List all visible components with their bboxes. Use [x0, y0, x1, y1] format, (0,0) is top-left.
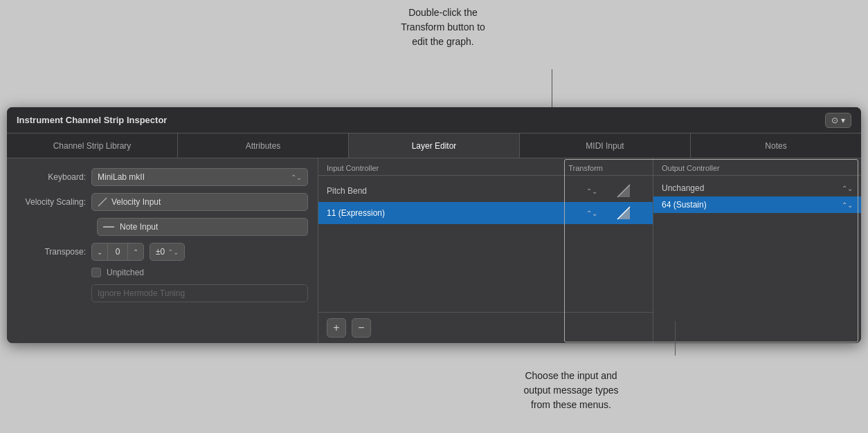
- transpose-label: Transpose:: [17, 247, 86, 257]
- pitch-bend-select[interactable]: Pitch Bend ⌃⌄: [327, 186, 597, 196]
- transform-icon-row1[interactable]: [603, 183, 644, 199]
- input-controller-header: Input Controller: [327, 164, 379, 172]
- transpose-value: 0: [107, 243, 128, 260]
- note-input-button[interactable]: Note Input: [97, 218, 308, 236]
- sustain-label: 64 (Sustain): [662, 200, 707, 210]
- output-controller-panel: Output Controller Unchanged ⌃⌄ 64 (Susta…: [653, 158, 861, 343]
- output-row-unchanged[interactable]: Unchanged ⌃⌄: [653, 180, 861, 196]
- expression-chevron-icon: ⌃⌄: [586, 210, 597, 217]
- output-list: Unchanged ⌃⌄ 64 (Sustain) ⌃⌄: [653, 176, 861, 343]
- output-row-sustain[interactable]: 64 (Sustain) ⌃⌄: [653, 196, 861, 213]
- note-icon: [103, 226, 114, 228]
- expression-select[interactable]: 11 (Expression) ⌃⌄: [327, 208, 597, 218]
- keyboard-row: Keyboard: MiniLab mkII ⌃⌄: [17, 168, 308, 186]
- offset-value: ±0: [156, 247, 165, 257]
- callout-line-top: [552, 69, 552, 107]
- transpose-row: Transpose: ⌄ 0 ⌃ ±0 ⌃⌄: [17, 243, 308, 261]
- content-area: Keyboard: MiniLab mkII ⌃⌄ Velocity Scali…: [7, 158, 861, 343]
- header-options-button[interactable]: ⊙ ▾: [825, 113, 851, 128]
- velocity-input-label: Velocity Input: [111, 197, 161, 207]
- remove-controller-button[interactable]: −: [352, 318, 371, 338]
- transpose-stepper[interactable]: ⌄ 0 ⌃: [91, 243, 144, 261]
- transform-header: Transform: [568, 164, 603, 172]
- tab-channel-strip-library[interactable]: Channel Strip Library: [7, 133, 178, 158]
- channel-strip-panel: Keyboard: MiniLab mkII ⌃⌄ Velocity Scali…: [7, 158, 318, 343]
- tab-layer-editor[interactable]: Layer Editor: [349, 133, 520, 158]
- svg-line-0: [98, 198, 107, 206]
- layer-editor-sub-header: Input Controller Transform: [318, 158, 653, 176]
- options-icon: ⊙: [831, 116, 838, 125]
- controller-list: Pitch Bend ⌃⌄ 11 (Expression) ⌃⌄: [318, 176, 653, 312]
- velocity-input-button[interactable]: Velocity Input: [91, 193, 308, 211]
- velocity-scaling-row: Velocity Scaling: Velocity Input: [17, 193, 308, 211]
- keyboard-chevron-icon: ⌃⌄: [291, 174, 302, 181]
- keyboard-value: MiniLab mkII: [98, 172, 145, 182]
- note-input-row: Note Input: [17, 218, 308, 236]
- transform-icon-row2[interactable]: [603, 205, 644, 221]
- panel-header: Instrument Channel Strip Inspector ⊙ ▾: [7, 107, 861, 133]
- output-controller-header: Output Controller: [662, 164, 720, 172]
- expression-label: 11 (Expression): [327, 208, 385, 218]
- pitch-bend-chevron-icon: ⌃⌄: [586, 187, 597, 195]
- offset-control[interactable]: ±0 ⌃⌄: [150, 243, 185, 261]
- sustain-select[interactable]: 64 (Sustain) ⌃⌄: [662, 200, 853, 210]
- unpitched-label: Unpitched: [107, 268, 144, 277]
- controller-row-expression[interactable]: 11 (Expression) ⌃⌄: [318, 202, 653, 224]
- dropdown-chevron-icon: ▾: [841, 116, 845, 125]
- tab-notes[interactable]: Notes: [691, 133, 861, 158]
- transform-diagonal-icon: [616, 183, 631, 199]
- tab-midi-input[interactable]: MIDI Input: [520, 133, 691, 158]
- keyboard-select[interactable]: MiniLab mkII ⌃⌄: [91, 168, 308, 186]
- unpitched-row: Unpitched: [91, 268, 308, 277]
- ignore-hermode-button: Ignore Hermode Tuning: [91, 284, 308, 302]
- panel-title: Instrument Channel Strip Inspector: [17, 115, 167, 125]
- unchanged-label: Unchanged: [662, 183, 704, 193]
- transpose-up-button[interactable]: ⌃: [128, 243, 143, 261]
- tab-attributes[interactable]: Attributes: [178, 133, 349, 158]
- transform-diagonal-selected-icon: [616, 205, 631, 221]
- pitch-bend-label: Pitch Bend: [327, 186, 367, 196]
- add-controller-button[interactable]: +: [327, 318, 346, 338]
- annotation-top: Double-click the Transform button to edi…: [332, 6, 554, 49]
- unpitched-checkbox[interactable]: [91, 268, 101, 277]
- velocity-diagonal-icon: [98, 197, 107, 207]
- callout-line-bottom: [675, 321, 676, 356]
- offset-chevron-icon: ⌃⌄: [168, 248, 179, 256]
- tab-bar: Channel Strip Library Attributes Layer E…: [7, 133, 861, 158]
- transpose-down-button[interactable]: ⌄: [92, 243, 107, 261]
- note-input-label: Note Input: [120, 222, 158, 232]
- output-controller-sub-header: Output Controller: [653, 158, 861, 176]
- layer-editor-panel: Input Controller Transform Pitch Bend ⌃⌄: [318, 158, 653, 343]
- unchanged-select[interactable]: Unchanged ⌃⌄: [662, 183, 853, 193]
- annotation-bottom: Choose the input and output message type…: [478, 369, 664, 412]
- keyboard-label: Keyboard:: [17, 172, 86, 182]
- sustain-chevron-icon: ⌃⌄: [842, 201, 853, 209]
- velocity-scaling-label: Velocity Scaling:: [17, 197, 86, 207]
- controller-row-pitch-bend[interactable]: Pitch Bend ⌃⌄: [318, 180, 653, 202]
- main-panel: Instrument Channel Strip Inspector ⊙ ▾ C…: [7, 107, 861, 343]
- unchanged-chevron-icon: ⌃⌄: [842, 185, 853, 192]
- add-remove-row: + −: [318, 312, 653, 343]
